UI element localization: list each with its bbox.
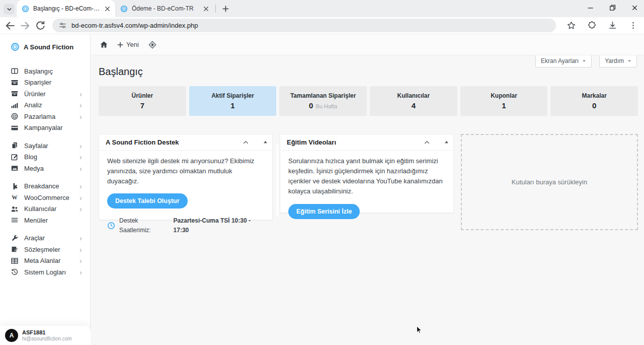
sidebar-item-pazarlama[interactable]: Pazarlama› [0, 111, 90, 122]
brand-logo-text: A Sound Fiction [24, 43, 73, 51]
sidebar-item-sistem-loglari[interactable]: Sistem Logları› [0, 266, 90, 278]
widget-body: Web sitenizle ilgili destek mi arıyorsun… [99, 151, 272, 235]
move-up-icon[interactable] [263, 140, 268, 145]
collapse-chevron-icon[interactable] [242, 139, 250, 146]
chevron-right-icon: › [79, 153, 82, 161]
analytics-icon [11, 101, 19, 109]
sidebar-item-meta-alanlar[interactable]: Meta Alanlar› [0, 255, 90, 267]
stats-row: Ürünler 7 Aktif Siparişler 1 Tamamlanan … [99, 86, 638, 116]
downloads-icon[interactable] [608, 21, 617, 30]
url-text: bd-ecom-tr.asfsv4.com/wp-admin/index.php [71, 22, 198, 29]
browser-menu-icon[interactable] [628, 21, 638, 30]
move-up-icon[interactable] [444, 140, 449, 145]
support-hours-value: Pazartesi-Cuma TSİ 10:30 - 17:30 [174, 216, 264, 235]
site-favicon [22, 5, 29, 13]
caret-down-icon [627, 59, 631, 63]
sidebar-item-urunler[interactable]: Ürünler› [0, 88, 90, 100]
window-close-button[interactable] [629, 2, 640, 13]
stat-card-markalar[interactable]: Markalar 0 [550, 86, 638, 116]
widget-videos-header[interactable]: Eğitim Videoları [280, 134, 453, 151]
sidebar-item-sozlesmeler[interactable]: Sözleşmeler› [0, 244, 90, 255]
watch-training-series-button[interactable]: Eğitim Serisini İzle [288, 204, 360, 219]
marketing-icon [11, 112, 19, 120]
sidebar-item-sayfalar[interactable]: Sayfalar› [0, 140, 90, 152]
woocommerce-icon: W [11, 193, 19, 201]
dashboard-icon [11, 67, 19, 75]
stat-card-aktif-siparisler[interactable]: Aktif Siparişler 1 [189, 86, 277, 116]
widget-dropzone[interactable]: Kutuları buraya sürükleyin [461, 134, 638, 230]
chevron-right-icon: › [79, 113, 82, 120]
dropzone-text: Kutuları buraya sürükleyin [512, 178, 587, 186]
user-email: hi@asoundfiction.com [22, 336, 72, 342]
forward-button[interactable] [19, 20, 31, 32]
sidebar-item-kampanyalar[interactable]: Kampanyalar [0, 122, 90, 134]
chevron-down-icon [6, 6, 13, 13]
plus-icon [222, 5, 229, 13]
stat-card-urunler[interactable]: Ürünler 7 [99, 86, 186, 116]
plus-icon [117, 41, 124, 48]
help-label: Yardım [605, 57, 624, 64]
current-user-card[interactable]: A ASF1881 hi@asoundfiction.com [0, 326, 91, 345]
chevron-right-icon: › [79, 90, 82, 98]
sidebar-nav: Başlangıç Siparişler Ürünler› Analiz› Pa… [0, 65, 90, 278]
back-button[interactable] [4, 20, 16, 32]
new-tab-button[interactable] [219, 3, 231, 15]
brand-logo[interactable]: A Sound Fiction [0, 34, 90, 51]
bookmark-star-icon[interactable] [567, 21, 576, 30]
sidebar-item-menuler[interactable]: Menüler [0, 215, 90, 226]
chevron-right-icon: › [79, 257, 82, 264]
tab-close-icon[interactable] [202, 5, 210, 13]
pages-icon [11, 142, 19, 150]
dashboard-widgets: A Sound Fiction Destek Web sitenizle ilg… [99, 134, 638, 230]
browser-toolbar: bd-ecom-tr.asfsv4.com/wp-admin/index.php [0, 17, 644, 34]
tab-search-button[interactable] [4, 4, 15, 15]
stat-suffix: Bu Hafta [315, 103, 337, 109]
browser-tab-inactive[interactable]: Ödeme - BD-eCom-TR [115, 0, 214, 17]
support-text: Web sitenizle ilgili destek mi arıyorsun… [107, 156, 264, 186]
widget-videos: Eğitim Videoları Sorularınıza hızlıca ya… [280, 134, 454, 213]
main-content: Yeni Ekran Ayarları Yardım Başlangıç Ürü… [91, 34, 644, 345]
sidebar-item-siparisler[interactable]: Siparişler [0, 77, 90, 89]
admin-sidebar: A Sound Fiction Başlangıç Siparişler Ürü… [0, 34, 91, 345]
chevron-right-icon: › [79, 194, 82, 201]
site-settings-icon[interactable] [58, 21, 67, 30]
sidebar-item-medya[interactable]: Medya› [0, 163, 90, 174]
sidebar-item-analiz[interactable]: Analiz› [0, 100, 90, 111]
collapse-chevron-icon[interactable] [423, 139, 431, 146]
window-restore-button[interactable] [607, 2, 618, 13]
help-button[interactable]: Yardım [599, 55, 637, 67]
chevron-right-icon: › [79, 268, 82, 276]
browser-tab-active[interactable]: Başlangıç - BD-eCom-TR [17, 0, 115, 17]
create-support-request-button[interactable]: Destek Talebi Oluştur [107, 193, 188, 209]
extensions-icon[interactable] [587, 21, 597, 30]
site-favicon [120, 5, 128, 13]
sidebar-item-kullanicilar[interactable]: Kullanıcılar› [0, 203, 90, 215]
breakdance-builder-icon[interactable] [147, 40, 157, 50]
close-icon [631, 4, 638, 12]
window-minimize-button[interactable] [585, 2, 596, 13]
products-icon [11, 90, 19, 98]
sidebar-item-baslangic[interactable]: Başlangıç [0, 65, 90, 77]
empty-column-strip [276, 145, 279, 216]
new-content-label: Yeni [126, 41, 139, 48]
clock-icon [107, 222, 115, 230]
avatar: A [5, 329, 18, 342]
sidebar-item-woocommerce[interactable]: W WooCommerce› [0, 192, 90, 203]
stat-card-kuponlar[interactable]: Kuponlar 1 [460, 86, 548, 116]
sidebar-item-breakdance[interactable]: Breakdance› [0, 181, 90, 192]
widget-support-header[interactable]: A Sound Fiction Destek [99, 134, 272, 151]
screen-options-button[interactable]: Ekran Ayarları [535, 55, 592, 67]
chevron-right-icon: › [79, 101, 82, 109]
reload-button[interactable] [34, 20, 46, 32]
tab-close-icon[interactable] [104, 5, 111, 13]
stat-card-tamamlanan-siparisler[interactable]: Tamamlanan Siparişler 0Bu Hafta [279, 86, 367, 116]
home-icon[interactable] [100, 40, 108, 49]
sidebar-item-blog[interactable]: Blog› [0, 152, 90, 163]
users-icon [11, 205, 19, 213]
address-bar[interactable]: bd-ecom-tr.asfsv4.com/wp-admin/index.php [52, 19, 556, 32]
sidebar-item-araclar[interactable]: Araçlar› [0, 233, 90, 244]
stat-card-kullanicilar[interactable]: Kullanıcılar 4 [370, 86, 457, 116]
chevron-right-icon: › [79, 165, 82, 172]
new-content-button[interactable]: Yeni [117, 41, 139, 48]
user-name: ASF1881 [22, 329, 72, 336]
